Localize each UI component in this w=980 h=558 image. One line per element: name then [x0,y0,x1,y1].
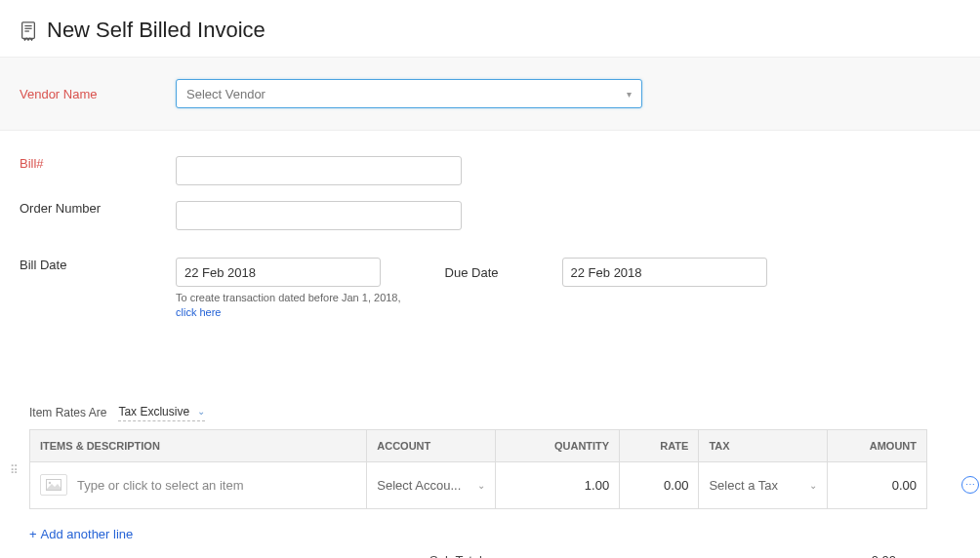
td-rate[interactable]: 0.00 [620,461,699,508]
item-rates-select[interactable]: Tax Exclusive ⌄ [118,405,205,421]
svg-point-5 [49,482,51,484]
plus-icon: + [29,527,37,541]
th-account: ACCOUNT [367,429,496,461]
row-actions: ⋯ × [961,476,980,494]
items-table: ITEMS & DESCRIPTION ACCOUNT QUANTITY RAT… [29,429,927,509]
vendor-select-placeholder: Select Vendor [186,87,265,101]
bill-number-label: Bill# [20,156,176,171]
add-line-button[interactable]: + Add another line [0,509,162,549]
chevron-down-icon: ⌄ [477,480,485,491]
th-amount: AMOUNT [828,429,927,461]
bill-date-helper-text: To create transaction dated before Jan 1… [176,292,401,303]
due-date-label: Due Date [445,265,562,280]
invoice-icon [20,21,37,41]
bill-date-helper: To create transaction dated before Jan 1… [176,291,401,321]
bill-date-helper-link[interactable]: click here [176,306,221,318]
due-date-input[interactable] [562,258,767,287]
td-account[interactable]: Select Accou... ⌄ [367,461,496,508]
th-items: ITEMS & DESCRIPTION [30,429,367,461]
page-title: New Self Billed Invoice [47,18,265,43]
svg-rect-0 [22,22,35,38]
item-rates-value: Tax Exclusive [118,405,189,418]
bill-date-label: Bill Date [20,258,176,272]
th-rate: RATE [620,429,699,461]
chevron-down-icon: ⌄ [809,480,817,491]
item-input-placeholder: Type or click to select an item [77,478,244,493]
td-item[interactable]: Type or click to select an item [30,461,367,508]
tax-select-placeholder: Select a Tax [709,478,778,493]
subtotal-row: Sub Total 0.00 [0,549,980,558]
row-more-button[interactable]: ⋯ [961,476,979,494]
order-number-input[interactable] [176,201,462,230]
order-number-label: Order Number [20,201,176,216]
account-select-placeholder: Select Accou... [377,478,461,493]
image-placeholder-icon [40,474,67,496]
vendor-select[interactable]: Select Vendor ▾ [176,79,642,108]
th-quantity: QUANTITY [496,429,620,461]
chevron-down-icon: ▾ [627,89,632,100]
page-header: New Self Billed Invoice [0,0,980,57]
bill-date-input[interactable] [176,258,381,287]
table-row: Type or click to select an item Select A… [30,461,927,508]
td-tax[interactable]: Select a Tax ⌄ [699,461,828,508]
subtotal-value: 0.00 [872,553,896,558]
td-quantity[interactable]: 1.00 [496,461,620,508]
td-amount: 0.00 [828,461,927,508]
chevron-down-icon: ⌄ [197,406,205,417]
subtotal-label: Sub Total [429,553,482,558]
vendor-name-label: Vendor Name [20,87,176,101]
vendor-section: Vendor Name Select Vendor ▾ [0,57,980,131]
item-rates-label: Item Rates Are [29,406,106,419]
bill-number-input[interactable] [176,156,462,185]
add-line-label: Add another line [41,527,134,541]
table-header-row: ITEMS & DESCRIPTION ACCOUNT QUANTITY RAT… [30,429,927,461]
th-tax: TAX [699,429,828,461]
